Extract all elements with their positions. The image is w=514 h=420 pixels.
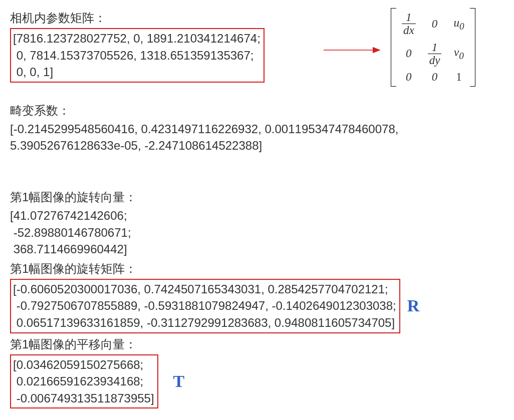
intrinsics-formula-matrix: 1dx 0 u0 0 1dy v0 0 0 1 [391, 8, 475, 87]
trans-vec-title: 第1幅图像的平移向量： [10, 336, 504, 352]
distortion-title: 畸变系数： [10, 103, 504, 119]
rot-mat-title: 第1幅图像的旋转矩阵： [10, 261, 504, 277]
rot-vec-title: 第1幅图像的旋转向量： [10, 189, 504, 205]
distortion-values: [-0.2145299548560416, 0.4231497116226932… [10, 121, 504, 154]
intrinsics-title: 相机内参数矩阵： [10, 10, 265, 26]
trans-vec-box: [0.03462059150275668; 0.0216659162393416… [10, 354, 158, 409]
label-t: T [173, 372, 185, 391]
arrow-icon [323, 45, 385, 55]
intrinsics-matrix-box: [7816.123728027752, 0, 1891.210341214674… [10, 28, 265, 83]
label-r: R [407, 296, 420, 315]
rot-mat-box: [-0.6060520300017036, 0.7424507165343031… [10, 279, 400, 333]
rot-vec-values: [41.07276742142606; -52.89880146780671; … [10, 207, 504, 258]
